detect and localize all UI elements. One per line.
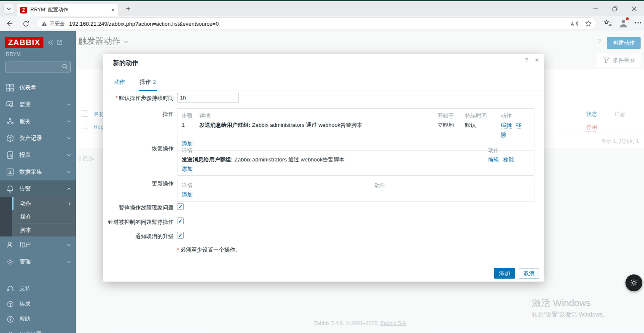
dialog-help-icon[interactable]: ? — [525, 56, 528, 64]
data-collection-icon — [6, 168, 14, 176]
url-text[interactable]: 192.168.21.249/zabbix.php?action=action.… — [69, 21, 565, 27]
question-circle-icon — [6, 316, 14, 323]
zabbix-favicon-icon: Z — [20, 7, 27, 13]
sidebar-collapse-icon[interactable] — [48, 40, 54, 45]
dialog-close-icon[interactable]: × — [535, 56, 539, 64]
dialog-cancel-button[interactable]: 取消 — [519, 268, 539, 279]
dialog-add-button[interactable]: 添加 — [494, 268, 515, 279]
sidebar-item-support[interactable]: 支持 — [0, 281, 76, 296]
windows-activation-watermark: 激活 Windows 转到“设置”以激活 Windows。 — [532, 297, 609, 319]
pause-suppressed-checkbox[interactable]: ✓ — [177, 218, 184, 224]
read-aloud-icon[interactable]: A — [571, 20, 579, 27]
svg-text:A: A — [571, 21, 574, 27]
operations-label: 操作 — [103, 110, 174, 118]
sidebar-item-alerts[interactable]: 告警 — [0, 180, 76, 197]
recovery-table: 详情 动作 发送消息给用户群组: Zabbix administrators 通… — [177, 143, 534, 176]
sidebar-item-services[interactable]: 服务 — [0, 113, 76, 130]
services-icon — [6, 118, 14, 125]
notify-cancel-checkbox[interactable]: ✓ — [177, 232, 184, 239]
gear-icon — [630, 279, 638, 287]
new-tab-button[interactable]: + — [123, 4, 133, 14]
update-table: 详情 动作 添加 — [177, 178, 534, 201]
tab-search-button[interactable] — [3, 4, 14, 13]
sidebar-item-help[interactable]: 帮助 — [0, 312, 76, 327]
restore-button[interactable] — [605, 1, 625, 16]
duration-input[interactable] — [177, 93, 239, 102]
operation-actions: 编辑移除 — [501, 121, 530, 139]
duration-label: *默认操作步骤持续时间 — [103, 94, 174, 102]
inventory-icon — [6, 134, 14, 142]
zabbix-logo[interactable]: ZABBIX — [5, 37, 43, 48]
person-icon — [6, 331, 14, 333]
sidebar-search — [5, 62, 71, 73]
browser-toolbar-right — [604, 17, 641, 28]
edit-link[interactable]: 编辑 — [501, 122, 512, 129]
floating-gear-button[interactable] — [625, 274, 642, 291]
tab-close-icon[interactable]: × — [111, 7, 115, 13]
tab-action[interactable]: 动作 — [113, 74, 126, 90]
dialog-title: 新的动作 — [113, 59, 138, 67]
profile-notification-dot — [625, 17, 629, 21]
add-recovery-link[interactable]: 添加 — [182, 166, 193, 172]
chevron-up-icon — [67, 188, 71, 190]
search-icon — [62, 64, 68, 70]
sidebar-item-integrations[interactable]: 集成 — [0, 296, 76, 312]
operation-duration: 默认 — [465, 121, 501, 139]
address-pill[interactable]: 不安全 192.168.21.249/zabbix.php?action=act… — [37, 18, 596, 30]
sidebar-item-inventory[interactable]: 资产记录 — [0, 130, 76, 147]
sidebar-item-actions[interactable]: 动作 — [12, 197, 76, 210]
sidebar-item-monitoring[interactable]: 监测 — [0, 96, 76, 113]
integrations-cube-icon — [6, 301, 14, 308]
notify-cancel-label: 通知取消的升级 — [103, 233, 174, 240]
recovery-actions: 编辑移除 — [488, 155, 530, 164]
pause-symptoms-label: 暂停操作故障现象问题 — [103, 204, 174, 212]
chevron-down-icon — [67, 103, 71, 106]
tab-title: RRYM: 配置动作 — [30, 6, 108, 13]
sidebar-menu: 仪表盘 监测 服务 资产记录 — [0, 79, 76, 333]
sidebar-item-users[interactable]: 用户 — [0, 236, 76, 253]
browser-url-bar: 不安全 192.168.21.249/zabbix.php?action=act… — [0, 16, 644, 31]
required-note: *必须至少设置一个操作。 — [177, 246, 241, 254]
sidebar-item-user-settings[interactable]: 用户设置 — [0, 327, 76, 333]
sidebar-item-media[interactable]: 媒介 — [12, 210, 76, 223]
favorite-star-icon[interactable] — [585, 20, 592, 27]
browser-tab[interactable]: Z RRYM: 配置动作 × — [17, 4, 118, 16]
gear-icon — [6, 258, 14, 266]
dialog-tabs: 动作 操作2 — [103, 74, 544, 91]
sidebar-popout-icon[interactable] — [57, 40, 62, 45]
chevron-right-icon — [68, 202, 71, 206]
back-button[interactable] — [3, 17, 16, 30]
screen: Z RRYM: 配置动作 × + 不安全 192.168.21.249/zabb… — [0, 0, 644, 333]
collections-icon[interactable] — [604, 19, 612, 27]
close-window-button[interactable] — [625, 1, 644, 16]
sidebar-item-dashboard[interactable]: 仪表盘 — [0, 79, 76, 96]
operation-step: 1 — [182, 121, 199, 139]
sidebar-item-administration[interactable]: 管理 — [0, 253, 76, 270]
security-label[interactable]: 不安全 — [50, 20, 65, 27]
remove-link[interactable]: 移除 — [503, 156, 514, 163]
refresh-button[interactable] — [19, 17, 32, 30]
sidebar: ZABBIX RRYM 仪表盘 监测 — [0, 31, 76, 333]
pause-symptoms-checkbox[interactable]: ✓ — [177, 203, 184, 210]
chevron-down-icon — [67, 154, 71, 156]
chevron-down-icon — [67, 120, 71, 123]
monitoring-icon — [6, 101, 14, 108]
tab-operations[interactable]: 操作2 — [139, 74, 157, 91]
sidebar-search-input[interactable] — [5, 62, 71, 73]
add-update-link[interactable]: 添加 — [182, 191, 193, 198]
more-menu-icon[interactable] — [635, 22, 641, 24]
recovery-label: 恢复操作 — [103, 145, 174, 153]
main-content: 触发器动作 ? 创建动作 条件检索 名称 状态 信息 Rep 停用 — [76, 31, 644, 333]
chevron-down-icon — [67, 137, 71, 140]
window-controls — [586, 1, 644, 16]
minimize-button[interactable] — [586, 1, 605, 16]
sidebar-item-reports[interactable]: 报表 — [0, 147, 76, 164]
sidebar-item-scripts[interactable]: 脚本 — [12, 223, 76, 236]
not-secure-icon — [41, 21, 47, 27]
sidebar-item-data-collection[interactable]: 数据采集 — [0, 164, 76, 180]
profile-avatar[interactable] — [618, 17, 629, 28]
pause-suppressed-label: 针对被抑制的问题暂停操作 — [103, 218, 174, 226]
operation-start: 立即地 — [437, 121, 465, 139]
update-label: 更新操作 — [103, 180, 174, 188]
edit-link[interactable]: 编辑 — [488, 156, 499, 163]
